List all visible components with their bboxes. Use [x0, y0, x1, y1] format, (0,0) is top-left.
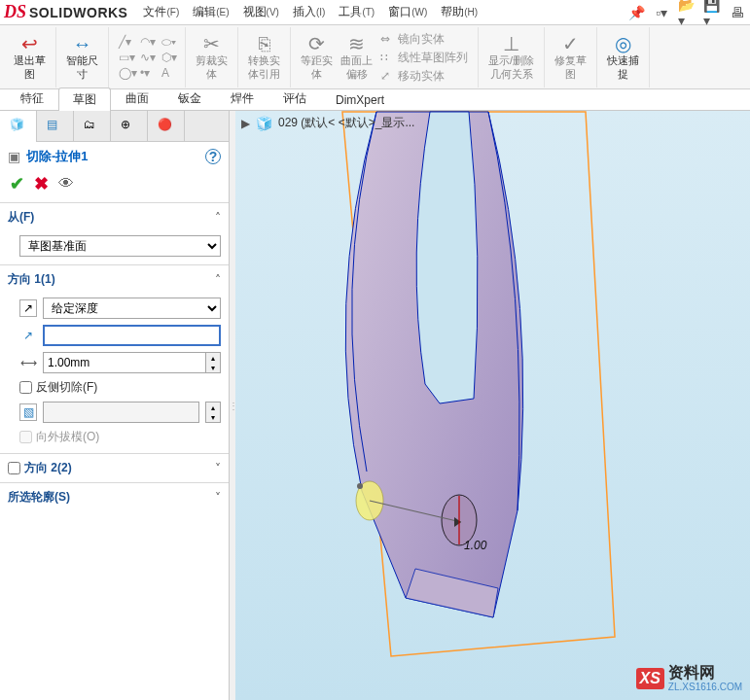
rect-tool[interactable]: ▭▾ — [119, 51, 132, 64]
main-area: 🧊 ▤ 🗂 ⊕ 🔴 ▣ 切除-拉伸1 ? ✔ ✖ 👁 从(F) ˄ 草图基准面 — [0, 111, 750, 700]
config-icon: 🗂 — [84, 118, 101, 135]
polygon-tool[interactable]: ⬡▾ — [161, 51, 175, 64]
draft-spin-down[interactable]: ▾ — [206, 412, 220, 422]
draft-angle-input[interactable] — [43, 402, 199, 423]
pm-dir2-header[interactable]: 方向 2(2) ˅ — [0, 454, 229, 482]
graphics-area[interactable]: ▶ 🧊 029 (默认< <默认>_显示... — [235, 111, 750, 700]
pm-contours-header[interactable]: 所选轮廓(S) ˅ — [0, 483, 229, 511]
ok-button[interactable]: ✔ — [10, 173, 24, 194]
open-doc-icon[interactable]: 📂▾ — [678, 4, 696, 21]
from-select[interactable]: 草图基准面 — [19, 235, 221, 257]
menu-file[interactable]: 文件(F) — [137, 1, 185, 23]
flip-cut-checkbox[interactable]: 反侧切除(F) — [19, 379, 221, 396]
menu-tools[interactable]: 工具(T) — [333, 1, 380, 23]
pm-header: ▣ 切除-拉伸1 ? — [0, 142, 229, 171]
menu-items: 文件(F) 编辑(E) 视图(V) 插入(I) 工具(T) 窗口(W) 帮助(H… — [137, 1, 483, 23]
panel-tab-appearance[interactable]: 🔴 — [148, 111, 185, 142]
depth-spin-up[interactable]: ▴ — [206, 353, 220, 363]
repair-button[interactable]: ✓ 修复草 图 — [551, 32, 590, 82]
tab-dimxpert[interactable]: DimXpert — [321, 89, 399, 110]
tab-surface[interactable]: 曲面 — [111, 87, 163, 110]
depth-input[interactable] — [43, 352, 206, 373]
menu-edit[interactable]: 编辑(E) — [187, 1, 234, 23]
dimxpert-icon: ⊕ — [121, 118, 138, 135]
menu-window[interactable]: 窗口(W) — [382, 1, 433, 23]
convert-button[interactable]: ⎘ 转换实 体引用 — [244, 32, 284, 82]
offset-surf-button[interactable]: ≋ 曲面上 偏移 — [337, 32, 376, 82]
pattern-stack: ⇔镜向实体 ∷线性草图阵列 ⤢移动实体 — [376, 31, 472, 85]
flyout-tree[interactable]: ▶ 🧊 029 (默认< <默认>_显示... — [241, 115, 414, 131]
draft-outward-checkbox[interactable]: 向外拔模(O) — [19, 429, 221, 445]
panel-tab-config[interactable]: 🗂 — [74, 111, 111, 142]
app-name: SOLIDWORKS — [29, 5, 127, 20]
line-tool[interactable]: ╱▾ — [119, 35, 132, 49]
tab-sheetmetal[interactable]: 钣金 — [163, 87, 216, 110]
exit-sketch-button[interactable]: ↩ 退出草 图 — [10, 32, 50, 82]
display-relations-button[interactable]: ⊥ 显示/删除 几何关系 — [484, 32, 538, 82]
pm-from-header[interactable]: 从(F) ˄ — [0, 203, 229, 231]
linear-pattern-tool[interactable]: ∷线性草图阵列 — [380, 50, 468, 66]
move-tool[interactable]: ⤢移动实体 — [380, 68, 468, 85]
part-breadcrumb[interactable]: 029 (默认< <默认>_显示... — [278, 115, 414, 131]
model-view[interactable]: 1.00 — [235, 111, 750, 700]
direction-arrow-icon[interactable]: ↗ — [19, 327, 37, 344]
save-icon[interactable]: 💾▾ — [703, 4, 721, 21]
pm-dir1-header[interactable]: 方向 1(1) ˄ — [0, 265, 229, 294]
ribbon-group-offset: ⟳ 等距实 体 ≋ 曲面上 偏移 ⇔镜向实体 ∷线性草图阵列 ⤢移动实体 — [291, 27, 479, 88]
offset-button[interactable]: ⟳ 等距实 体 — [297, 32, 337, 82]
arc-tool[interactable]: ◠▾ — [140, 35, 154, 49]
chevron-down-icon: ˅ — [215, 462, 221, 475]
expand-tree-icon[interactable]: ▶ — [241, 117, 250, 130]
new-doc-icon[interactable]: ▫▾ — [653, 4, 670, 21]
pin-icon[interactable]: 📌 — [627, 4, 645, 21]
tab-sketch[interactable]: 草图 — [58, 88, 111, 111]
property-manager-panel: 🧊 ▤ 🗂 ⊕ 🔴 ▣ 切除-拉伸1 ? ✔ ✖ 👁 从(F) ˄ 草图基准面 — [0, 111, 230, 700]
panel-tab-feature-mgr[interactable]: 🧊 — [0, 111, 37, 142]
reverse-dir-icon[interactable]: ↗ — [19, 299, 37, 317]
circle-tool[interactable]: ◯▾ — [119, 66, 132, 80]
ds-logo-icon: DS — [4, 2, 26, 22]
panel-tab-dimxpert[interactable]: ⊕ — [111, 111, 148, 142]
panel-tab-property-mgr[interactable]: ▤ — [37, 111, 74, 142]
print-icon[interactable]: 🖶 — [729, 4, 746, 21]
draft-icon[interactable]: ▧ — [19, 403, 37, 421]
command-tabs: 特征 草图 曲面 钣金 焊件 评估 DimXpert — [0, 89, 750, 111]
point-tool[interactable]: •▾ — [140, 66, 154, 80]
draw-stack-3: ⬭▾ ⬡▾ A — [158, 35, 179, 80]
offset-surf-icon: ≋ — [348, 34, 365, 53]
svg-text:1.00: 1.00 — [464, 539, 487, 552]
end-condition-select[interactable]: 给定深度 — [43, 298, 221, 319]
ribbon-group-sketch: ↩ 退出草 图 — [4, 27, 56, 88]
snap-icon: ◎ — [615, 34, 631, 53]
draft-spin-up[interactable]: ▴ — [206, 402, 220, 412]
tab-features[interactable]: 特征 — [6, 87, 58, 110]
smart-dim-button[interactable]: ↔ 智能尺 寸 — [62, 32, 102, 82]
cancel-button[interactable]: ✖ — [34, 173, 49, 194]
ribbon: ↩ 退出草 图 ↔ 智能尺 寸 ╱▾ ▭▾ ◯▾ ◠▾ ∿▾ •▾ ⬭▾ ⬡▾ … — [0, 25, 750, 89]
tab-weldments[interactable]: 焊件 — [216, 87, 268, 110]
depth-spin-down[interactable]: ▾ — [206, 363, 220, 372]
mirror-tool[interactable]: ⇔镜向实体 — [380, 31, 468, 48]
svg-point-7 — [357, 483, 363, 489]
menu-help[interactable]: 帮助(H) — [435, 1, 483, 23]
pm-title: 切除-拉伸1 — [26, 148, 199, 165]
tab-evaluate[interactable]: 评估 — [268, 87, 321, 110]
slot-tool[interactable]: ⬭▾ — [161, 35, 175, 49]
panel-tab-strip: 🧊 ▤ 🗂 ⊕ 🔴 — [0, 111, 229, 142]
chevron-up-icon: ˄ — [215, 211, 221, 225]
menu-insert[interactable]: 插入(I) — [287, 1, 331, 23]
quick-snap-button[interactable]: ◎ 快速捕 捉 — [603, 32, 643, 82]
dir2-enable-checkbox[interactable] — [8, 462, 20, 474]
text-tool[interactable]: A — [161, 66, 175, 80]
trim-button[interactable]: ✂ 剪裁实 体 — [192, 32, 232, 82]
pm-section-dir1: 方向 1(1) ˄ ↗ 给定深度 ↗ ⟷ — [0, 264, 229, 453]
cut-extrude-icon: ▣ — [8, 149, 20, 164]
ribbon-group-trim: ✂ 剪裁实 体 — [186, 27, 238, 88]
spline-tool[interactable]: ∿▾ — [140, 51, 154, 64]
preview-toggle[interactable]: 👁 — [58, 175, 74, 192]
ribbon-group-dim: ↔ 智能尺 寸 — [56, 27, 109, 88]
watermark-badge: XS — [636, 668, 664, 689]
help-icon[interactable]: ? — [205, 149, 221, 164]
direction-reference-input[interactable] — [43, 325, 221, 346]
menu-view[interactable]: 视图(V) — [237, 1, 285, 23]
